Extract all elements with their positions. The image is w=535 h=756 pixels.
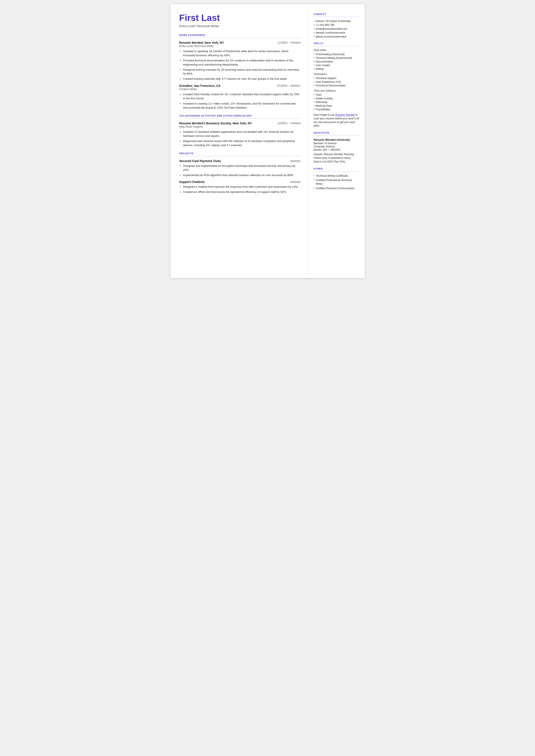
hard-skills-label: Hard Skills: bbox=[314, 49, 359, 52]
skill-item: Proofreading (Advanced) bbox=[314, 53, 359, 56]
edu-degree: Bachelor of Science bbox=[314, 142, 359, 145]
contact-list: Denver, OH (Open to Remote) +1-234-456-7… bbox=[314, 20, 359, 38]
job-2-header: Growthsi, San Francisco, CA Content Writ… bbox=[179, 84, 300, 91]
other-heading: OTHER bbox=[314, 167, 359, 170]
bullet-item: Created SEO-friendly content for 15+ cus… bbox=[183, 93, 300, 101]
work-experience-heading: WORK EXPERIENCE bbox=[179, 34, 300, 37]
candidate-name: First Last bbox=[179, 13, 300, 23]
other-item: Certified Technical Communicator. bbox=[314, 187, 359, 190]
job-2-dates: 07/2020 – 10/2021 bbox=[277, 84, 300, 87]
contact-item: Denver, OH (Open to Remote) bbox=[314, 20, 359, 23]
skill-item: Editing bbox=[314, 68, 359, 70]
contact-item: github.com/resumeworded bbox=[314, 35, 359, 38]
vol-1-company: Resume Worded's Business Society, New Yo… bbox=[179, 122, 252, 129]
vol-1-bullets: Installed 13 standard software applicati… bbox=[183, 130, 300, 147]
project-2-row: Support Chatbots 04/2020 bbox=[179, 180, 300, 183]
promo-before: Don't forget to use bbox=[314, 113, 335, 116]
tools-list: Visio Adobe Acrobat RoboHelp MadCap Flar… bbox=[314, 93, 359, 111]
skill-item: Visio bbox=[314, 93, 359, 96]
skill-item: RoboHelp bbox=[314, 101, 359, 104]
bullet-item: Designed and implemented an encryption t… bbox=[183, 164, 300, 172]
volunteering-divider bbox=[179, 118, 300, 119]
project-1-bullets: Designed and implemented an encryption t… bbox=[183, 164, 300, 177]
bullet-item: Assisted in creating 11+ video scripts, … bbox=[183, 102, 300, 110]
job-1-dates: 11/2021 – Present bbox=[277, 41, 300, 44]
job-1-company: Resume Worded, New York, NY Entry-Level … bbox=[179, 41, 224, 48]
project-2-date: 04/2020 bbox=[291, 181, 300, 183]
contact-item: email@resumeworded.com bbox=[314, 27, 359, 30]
education-divider bbox=[314, 135, 359, 136]
skill-item: Functional Documentation bbox=[314, 84, 359, 87]
project-2-bullets: Designed a chatbot that improves the res… bbox=[183, 185, 300, 194]
edu-field: Computer Science bbox=[314, 145, 359, 148]
contact-item: +1-234-456-789 bbox=[314, 23, 359, 26]
promo-text: Don't forget to use Resume Worded to sca… bbox=[314, 113, 359, 127]
skills-heading: SKILLS bbox=[314, 42, 359, 44]
promo-link[interactable]: Resume Worded bbox=[335, 113, 355, 116]
project-2-title: Support Chatbots bbox=[179, 180, 205, 183]
bullet-item: Assisted in updating 18 months of PowerP… bbox=[183, 49, 300, 58]
volunteering-heading: VOLUNTEERING ACTIVITIES AND EXTRACURRICU… bbox=[179, 114, 300, 117]
other-list: Technical Writing Certificate. Certified… bbox=[314, 174, 359, 190]
other-item: Certified Professional Technical Writer. bbox=[314, 179, 359, 186]
skill-item: FrameMaker bbox=[314, 108, 359, 111]
bullet-item: Installed 13 standard software applicati… bbox=[183, 130, 300, 138]
job-1-header: Resume Worded, New York, NY Entry-Level … bbox=[179, 41, 300, 48]
skill-item: User Guides bbox=[314, 64, 359, 67]
skill-item: Adobe Acrobat bbox=[314, 97, 359, 100]
bullet-item: Designed training manuals for 25 incomin… bbox=[183, 68, 300, 76]
vol-1-header: Resume Worded's Business Society, New Yo… bbox=[179, 122, 300, 129]
skill-item: MadCap Flare bbox=[314, 104, 359, 107]
work-divider bbox=[179, 38, 300, 38]
bullet-item: Created training materials with 17+ trai… bbox=[183, 77, 300, 81]
contact-divider bbox=[314, 17, 359, 17]
skill-item: Technical Writing (Experienced) bbox=[314, 56, 359, 60]
bullet-item: Provided technical documentation for 15+… bbox=[183, 59, 300, 67]
job-2-bullets: Created SEO-friendly content for 15+ cus… bbox=[183, 93, 300, 110]
bullet-item: Created an offline tool that boosts the … bbox=[183, 190, 300, 194]
skills-divider bbox=[314, 46, 359, 46]
skill-item: User Experience (UX) bbox=[314, 80, 359, 83]
resume-page: First Last Entry-Level Technical Writer … bbox=[171, 4, 365, 278]
other-item: Technical Writing Certificate. bbox=[314, 174, 359, 178]
education-heading: EDUCATION bbox=[314, 131, 359, 134]
job-1-bullets: Assisted in updating 18 months of PowerP… bbox=[183, 49, 300, 81]
techniques-list: Technical Support User Experience (UX) F… bbox=[314, 77, 359, 87]
contact-heading: CONTACT bbox=[314, 13, 359, 15]
edu-awards: Awards: Resume Worded Teaching Fellow (o… bbox=[314, 153, 359, 163]
other-divider bbox=[314, 171, 359, 172]
edu-school: Resume Worded University bbox=[314, 138, 359, 141]
project-1-date: 04/2020 bbox=[291, 159, 300, 163]
bullet-item: Designed a chatbot that improves the res… bbox=[183, 185, 300, 189]
contact-item: linkedin.com/in/username bbox=[314, 31, 359, 34]
techniques-label: Techniques: bbox=[314, 72, 359, 76]
right-column: CONTACT Denver, OH (Open to Remote) +1-2… bbox=[309, 4, 365, 278]
vol-1-dates: 12/2021 – Present bbox=[277, 122, 300, 125]
hard-skills-list: Proofreading (Advanced) Technical Writin… bbox=[314, 53, 359, 70]
bullet-item: Implemented an RSA algorithm that reduce… bbox=[183, 173, 300, 177]
candidate-subtitle: Entry-Level Technical Writer bbox=[179, 24, 300, 28]
bullet-item: Diagnosed and resolved issues with the s… bbox=[183, 139, 300, 147]
job-2-company: Growthsi, San Francisco, CA Content Writ… bbox=[179, 84, 221, 91]
left-column: First Last Entry-Level Technical Writer … bbox=[171, 4, 309, 278]
project-1-title: Secured Card Payment Tools bbox=[179, 159, 221, 163]
edu-location: Boston, MA — 06/2020 bbox=[314, 148, 359, 151]
skill-item: Technical Support bbox=[314, 77, 359, 80]
skill-item: Documentation bbox=[314, 60, 359, 63]
tools-label: Tools and Software: bbox=[314, 89, 359, 92]
projects-heading: PROJECTS bbox=[179, 152, 300, 155]
project-1-row: Secured Card Payment Tools 04/2020 bbox=[179, 159, 300, 163]
